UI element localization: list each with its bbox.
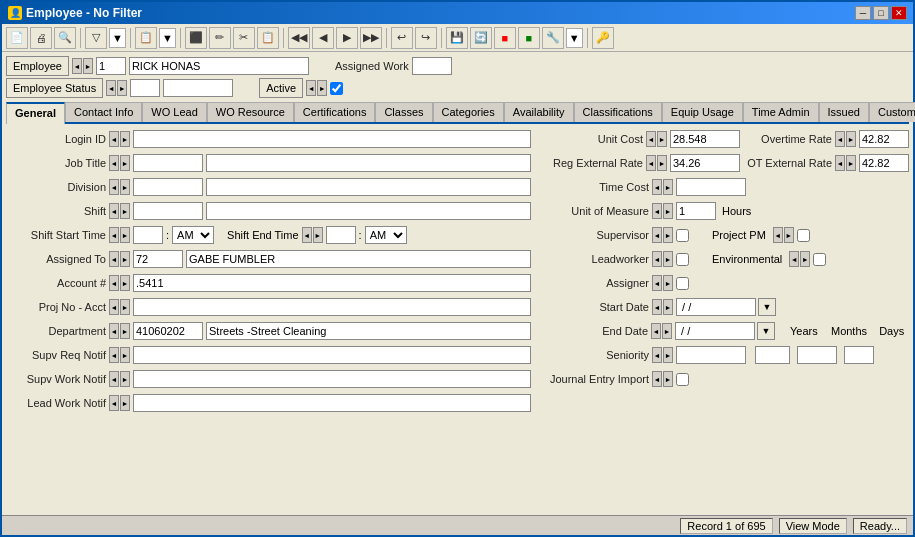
toolbar-save[interactable]: 💾 [446,27,468,49]
seniority-years-input[interactable] [755,346,790,364]
shift-start-nav-prev[interactable]: ◄ [109,227,119,243]
journal-entry-import-nav-prev[interactable]: ◄ [652,371,662,387]
toolbar-last[interactable]: ▶▶ [360,27,382,49]
toolbar-first[interactable]: ◀◀ [288,27,310,49]
overtime-rate-nav-next[interactable]: ► [846,131,856,147]
leadworker-nav-prev[interactable]: ◄ [652,251,662,267]
supervisor-nav-next[interactable]: ► [663,227,673,243]
toolbar-docs[interactable]: 📋 [135,27,157,49]
toolbar-prev[interactable]: ◀ [312,27,334,49]
toolbar-red[interactable]: ■ [494,27,516,49]
ot-external-rate-nav-next[interactable]: ► [846,155,856,171]
tab-equip-usage[interactable]: Equip Usage [662,102,743,122]
assigned-to-id-input[interactable] [133,250,183,268]
end-date-input[interactable] [675,322,755,340]
seniority-days-input[interactable] [844,346,874,364]
assigned-to-name-input[interactable] [186,250,531,268]
assigned-to-nav-prev[interactable]: ◄ [109,251,119,267]
login-id-nav-next[interactable]: ► [120,131,130,147]
tab-wo-lead[interactable]: WO Lead [142,102,206,122]
maximize-button[interactable]: □ [873,6,889,20]
toolbar-back[interactable]: ↩ [391,27,413,49]
active-nav-next[interactable]: ► [317,80,327,96]
tab-wo-resource[interactable]: WO Resource [207,102,294,122]
unit-cost-input[interactable] [670,130,740,148]
reg-external-rate-nav-next[interactable]: ► [657,155,667,171]
status-nav-next[interactable]: ► [117,80,127,96]
shift-end-ampm[interactable]: AMPM [365,226,407,244]
toolbar-key[interactable]: 🔑 [592,27,614,49]
unit-of-measure-nav-next[interactable]: ► [663,203,673,219]
supv-req-notif-nav-prev[interactable]: ◄ [109,347,119,363]
start-date-calendar-btn[interactable]: ▼ [758,298,776,316]
employee-nav-next[interactable]: ► [83,58,93,74]
shift-start-ampm[interactable]: AMPM [172,226,214,244]
assigned-to-nav-next[interactable]: ► [120,251,130,267]
toolbar-edit[interactable]: ✏ [209,27,231,49]
journal-entry-import-checkbox[interactable] [676,373,689,386]
project-pm-nav-next[interactable]: ► [784,227,794,243]
reg-external-rate-nav-prev[interactable]: ◄ [646,155,656,171]
reg-external-rate-input[interactable] [670,154,740,172]
shift-name-input[interactable] [206,202,531,220]
seniority-input[interactable] [676,346,746,364]
minimize-button[interactable]: ─ [855,6,871,20]
leadworker-nav-next[interactable]: ► [663,251,673,267]
supv-work-notif-input[interactable] [133,370,531,388]
employee-status-button[interactable]: Employee Status [6,78,103,98]
shift-id-input[interactable] [133,202,203,220]
lead-work-notif-nav-prev[interactable]: ◄ [109,395,119,411]
active-button[interactable]: Active [259,78,303,98]
lead-work-notif-nav-next[interactable]: ► [120,395,130,411]
start-date-input[interactable] [676,298,756,316]
proj-no-acct-nav-next[interactable]: ► [120,299,130,315]
tab-issued[interactable]: Issued [819,102,869,122]
tab-custom[interactable]: Custom [869,102,915,122]
project-pm-nav-prev[interactable]: ◄ [773,227,783,243]
department-nav-prev[interactable]: ◄ [109,323,119,339]
account-num-nav-next[interactable]: ► [120,275,130,291]
ot-external-rate-nav-prev[interactable]: ◄ [835,155,845,171]
supv-req-notif-nav-next[interactable]: ► [120,347,130,363]
supervisor-checkbox[interactable] [676,229,689,242]
shift-nav-prev[interactable]: ◄ [109,203,119,219]
shift-start-hours[interactable] [133,226,163,244]
end-date-nav-next[interactable]: ► [662,323,672,339]
status-name-input[interactable] [163,79,233,97]
account-num-input[interactable] [133,274,531,292]
leadworker-checkbox[interactable] [676,253,689,266]
assigner-checkbox[interactable] [676,277,689,290]
lead-work-notif-input[interactable] [133,394,531,412]
end-date-nav-prev[interactable]: ◄ [651,323,661,339]
end-date-calendar-btn[interactable]: ▼ [757,322,775,340]
employee-name-input[interactable] [129,57,309,75]
login-id-input[interactable] [133,130,531,148]
environmental-checkbox[interactable] [813,253,826,266]
toolbar-docs-dropdown[interactable]: ▼ [159,28,176,48]
department-nav-next[interactable]: ► [120,323,130,339]
toolbar-search[interactable]: 🔍 [54,27,76,49]
supervisor-nav-prev[interactable]: ◄ [652,227,662,243]
time-cost-input[interactable] [676,178,746,196]
division-nav-next[interactable]: ► [120,179,130,195]
toolbar-filter-dropdown[interactable]: ▼ [109,28,126,48]
overtime-rate-nav-prev[interactable]: ◄ [835,131,845,147]
toolbar-tools-dropdown[interactable]: ▼ [566,28,583,48]
shift-nav-next[interactable]: ► [120,203,130,219]
proj-no-acct-nav-prev[interactable]: ◄ [109,299,119,315]
login-id-nav-prev[interactable]: ◄ [109,131,119,147]
shift-end-nav-prev[interactable]: ◄ [302,227,312,243]
overtime-rate-input[interactable] [859,130,909,148]
active-nav-prev[interactable]: ◄ [306,80,316,96]
tab-general[interactable]: General [6,102,65,124]
division-nav-prev[interactable]: ◄ [109,179,119,195]
assigned-work-input[interactable] [412,57,452,75]
assigner-nav-prev[interactable]: ◄ [652,275,662,291]
toolbar-refresh[interactable]: 🔄 [470,27,492,49]
status-id-input[interactable] [130,79,160,97]
project-pm-checkbox[interactable] [797,229,810,242]
unit-of-measure-nav-prev[interactable]: ◄ [652,203,662,219]
toolbar-green[interactable]: ■ [518,27,540,49]
start-date-nav-next[interactable]: ► [663,299,673,315]
seniority-nav-next[interactable]: ► [663,347,673,363]
